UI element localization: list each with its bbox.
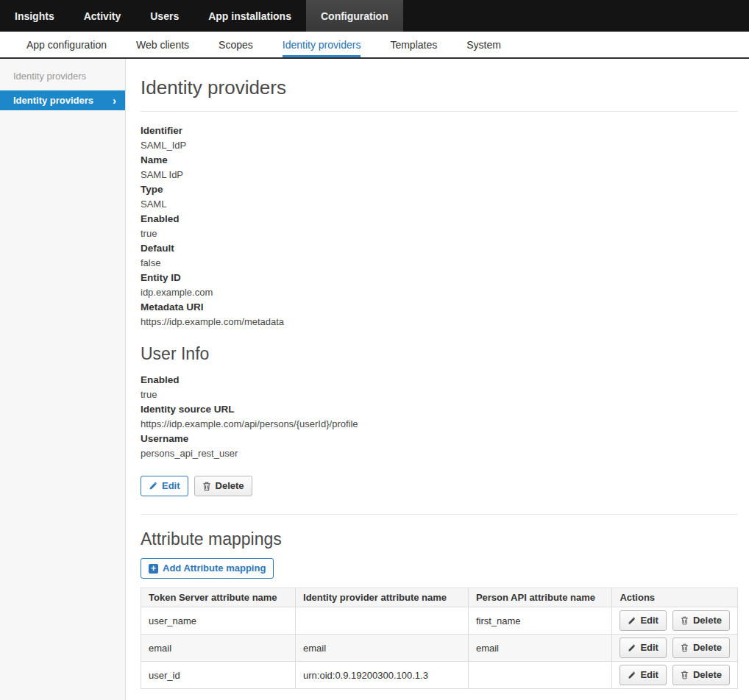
topnav-item-app-installations[interactable]: App installations <box>194 0 306 32</box>
field-label: Enabled <box>141 212 738 226</box>
cell-actions: Edit Delete <box>612 662 738 689</box>
field-value: https://idp.example.com/metadata <box>141 315 738 329</box>
field-value: true <box>141 226 738 241</box>
subnav-item-templates[interactable]: Templates <box>390 32 437 57</box>
divider <box>141 111 738 112</box>
column-header: Token Server attribute name <box>141 588 296 607</box>
topnav-item-users[interactable]: Users <box>135 0 194 32</box>
field-value: true <box>141 388 738 402</box>
field-value: idp.example.com <box>141 285 738 300</box>
cell-person-api: first_name <box>468 607 611 635</box>
field-label: Entity ID <box>141 271 738 285</box>
delete-button[interactable]: Delete <box>194 476 252 496</box>
provider-details: Identifier SAML_IdP Name SAML IdP Type S… <box>141 124 738 329</box>
cell-identity-provider: email <box>296 635 469 662</box>
divider <box>141 514 738 515</box>
cell-person-api: email <box>468 635 611 662</box>
cell-person-api <box>468 662 611 689</box>
field-value: false <box>141 256 738 271</box>
cell-identity-provider: urn:oid:0.9.19200300.100.1.3 <box>296 662 469 689</box>
page-title: Identity providers <box>141 76 738 99</box>
row-delete-button[interactable]: Delete <box>672 610 730 631</box>
field-value: SAML <box>141 197 738 212</box>
subnav-item-identity-providers[interactable]: Identity providers <box>283 32 361 57</box>
topnav-item-activity[interactable]: Activity <box>69 0 136 32</box>
field-label: Metadata URI <box>141 300 738 315</box>
cell-actions: Edit Delete <box>612 635 738 662</box>
field-label: Username <box>141 432 738 446</box>
field-label: Default <box>141 241 738 256</box>
subnav-item-web-clients[interactable]: Web clients <box>136 32 189 57</box>
sidebar-section-label: Identity providers <box>0 59 125 90</box>
provider-actions: Edit Delete <box>141 476 738 496</box>
table-row: email email email Edit <box>141 635 738 662</box>
page: Insights Activity Users App installation… <box>0 0 749 700</box>
top-nav: Insights Activity Users App installation… <box>0 0 749 32</box>
table-row: user_id urn:oid:0.9.19200300.100.1.3 Edi… <box>141 662 738 689</box>
trash-icon <box>681 643 689 652</box>
pencil-icon <box>628 617 636 625</box>
plus-square-icon: + <box>149 564 158 574</box>
cell-token-server: email <box>141 635 296 662</box>
field-value: SAML_IdP <box>141 138 738 153</box>
cell-identity-provider <box>296 607 469 635</box>
row-edit-button[interactable]: Edit <box>620 638 667 658</box>
field-label: Name <box>141 153 738 168</box>
topnav-item-configuration[interactable]: Configuration <box>306 0 403 32</box>
row-edit-button[interactable]: Edit <box>620 665 667 685</box>
pencil-icon <box>149 482 157 490</box>
column-header: Identity provider attribute name <box>296 588 469 607</box>
main-content: Identity providers Identifier SAML_IdP N… <box>126 59 749 700</box>
cell-actions: Edit Delete <box>612 607 738 635</box>
subnav-item-system[interactable]: System <box>466 32 501 57</box>
cell-token-server: user_name <box>141 607 296 635</box>
field-value: persons_api_rest_user <box>141 446 738 461</box>
pencil-icon <box>628 671 636 679</box>
field-value: SAML IdP <box>141 168 738 182</box>
field-label: Type <box>141 182 738 197</box>
subnav-item-scopes[interactable]: Scopes <box>219 32 253 57</box>
trash-icon <box>681 616 689 625</box>
user-info-details: Enabled true Identity source URL https:/… <box>141 373 738 461</box>
field-label: Identity source URL <box>141 402 738 417</box>
subnav-item-app-configuration[interactable]: App configuration <box>26 32 107 57</box>
sidebar-item-identity-providers[interactable]: Identity providers › <box>0 90 125 110</box>
topnav-item-insights[interactable]: Insights <box>0 0 69 32</box>
user-info-title: User Info <box>141 344 738 364</box>
field-value: https://idp.example.com/api/persons/{use… <box>141 417 738 432</box>
attribute-mappings-title: Attribute mappings <box>141 529 738 549</box>
row-delete-button[interactable]: Delete <box>672 665 730 685</box>
sidebar: Identity providers Identity providers › <box>0 59 126 700</box>
column-header: Actions <box>612 588 738 607</box>
field-label: Enabled <box>141 373 738 388</box>
cell-token-server: user_id <box>141 662 296 689</box>
add-attribute-mapping-button[interactable]: + Add Attribute mapping <box>141 558 274 579</box>
sidebar-item-label: Identity providers <box>13 95 93 106</box>
table-header-row: Token Server attribute name Identity pro… <box>141 588 738 607</box>
trash-icon <box>202 482 211 491</box>
pencil-icon <box>628 644 636 652</box>
edit-button[interactable]: Edit <box>141 476 188 496</box>
row-edit-button[interactable]: Edit <box>620 610 667 631</box>
column-header: Person API attribute name <box>468 588 611 607</box>
table-row: user_name first_name Edit <box>141 607 738 635</box>
row-delete-button[interactable]: Delete <box>672 638 730 658</box>
field-label: Identifier <box>141 124 738 138</box>
sub-nav: App configuration Web clients Scopes Ide… <box>0 32 749 59</box>
chevron-right-icon: › <box>113 95 116 106</box>
attribute-mappings-table: Token Server attribute name Identity pro… <box>141 588 738 689</box>
trash-icon <box>681 671 689 679</box>
